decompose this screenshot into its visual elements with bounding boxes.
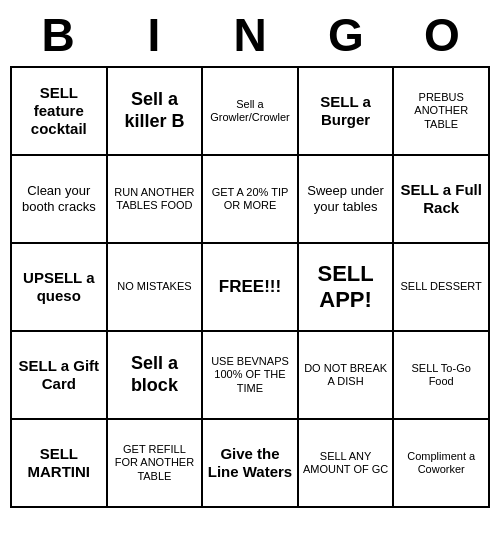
cell-20: SELL MARTINI bbox=[12, 420, 108, 508]
cell-19: SELL To-Go Food bbox=[394, 332, 490, 420]
cell-11: NO MISTAKES bbox=[108, 244, 204, 332]
cell-15: SELL a Gift Card bbox=[12, 332, 108, 420]
cell-16: Sell a block bbox=[108, 332, 204, 420]
cell-14: SELL DESSERT bbox=[394, 244, 490, 332]
cell-4: PREBUS ANOTHER TABLE bbox=[394, 68, 490, 156]
cell-17: USE BEVNAPS 100% OF THE TIME bbox=[203, 332, 299, 420]
cell-8: Sweep under your tables bbox=[299, 156, 395, 244]
letter-g: G bbox=[302, 8, 390, 62]
letter-n: N bbox=[206, 8, 294, 62]
bingo-title: B I N G O bbox=[10, 8, 490, 62]
letter-i: I bbox=[110, 8, 198, 62]
cell-21: GET REFILL FOR ANOTHER TABLE bbox=[108, 420, 204, 508]
cell-9: SELL a Full Rack bbox=[394, 156, 490, 244]
cell-18: DO NOT BREAK A DISH bbox=[299, 332, 395, 420]
cell-5: Clean your booth cracks bbox=[12, 156, 108, 244]
cell-3: SELL a Burger bbox=[299, 68, 395, 156]
cell-22: Give the Line Waters bbox=[203, 420, 299, 508]
letter-o: O bbox=[398, 8, 486, 62]
cell-1: Sell a killer B bbox=[108, 68, 204, 156]
cell-12: FREE!!! bbox=[203, 244, 299, 332]
cell-10: UPSELL a queso bbox=[12, 244, 108, 332]
cell-6: RUN ANOTHER TABLES FOOD bbox=[108, 156, 204, 244]
cell-7: GET A 20% TIP OR MORE bbox=[203, 156, 299, 244]
cell-24: Compliment a Coworker bbox=[394, 420, 490, 508]
cell-0: SELL feature cocktail bbox=[12, 68, 108, 156]
cell-13: SELL APP! bbox=[299, 244, 395, 332]
cell-23: SELL ANY AMOUNT OF GC bbox=[299, 420, 395, 508]
cell-2: Sell a Growler/Crowler bbox=[203, 68, 299, 156]
letter-b: B bbox=[14, 8, 102, 62]
bingo-grid: SELL feature cocktail Sell a killer B Se… bbox=[10, 66, 490, 508]
